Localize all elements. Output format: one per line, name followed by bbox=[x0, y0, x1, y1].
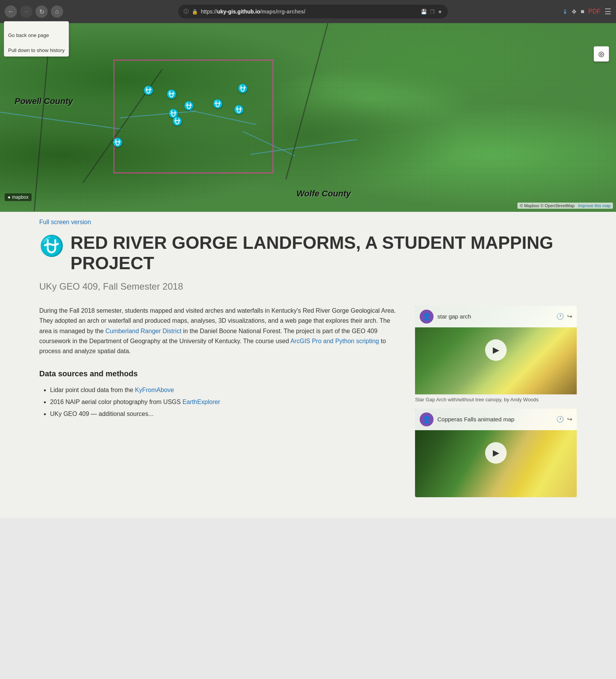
video-header-1: 👤 star gap arch 🕐 ↪ bbox=[415, 306, 577, 327]
reload-button[interactable]: ↻ bbox=[35, 5, 48, 18]
fullscreen-link[interactable]: Full screen version bbox=[0, 212, 616, 233]
share-video-icon-2: ↪ bbox=[567, 416, 572, 423]
list-item: Lidar point cloud data from the KyFromAb… bbox=[50, 385, 401, 395]
play-button-1[interactable]: ▶ bbox=[485, 339, 507, 361]
data-sources-list: Lidar point cloud data from the KyFromAb… bbox=[39, 385, 401, 419]
right-column: 👤 star gap arch 🕐 ↪ ▶ Star Gap Ar bbox=[415, 306, 577, 503]
menu-icon[interactable]: ☰ bbox=[604, 7, 611, 16]
share-video-icon: ↪ bbox=[567, 313, 572, 320]
page-subtitle: UKy GEO 409, Fall Semester 2018 bbox=[39, 281, 577, 292]
video-header-icons-2: 🕐 ↪ bbox=[556, 416, 572, 423]
map-terrain bbox=[0, 23, 616, 212]
star-icon[interactable]: ★ bbox=[438, 9, 442, 15]
browser-chrome: ← → ↻ ⌂ ⓘ 🔒 https://uky-gis.github.io/ma… bbox=[0, 0, 616, 23]
https-lock-icon: 🔒 bbox=[192, 9, 198, 15]
title-row: ⛎ RED RIVER GORGE LANDFORMS, A STUDENT M… bbox=[39, 233, 577, 273]
arch-marker[interactable]: ⛎ bbox=[238, 84, 248, 94]
arch-marker[interactable]: ⛎ bbox=[143, 86, 154, 96]
video-title-2: Copperas Falls animated map bbox=[437, 416, 514, 422]
earthexplorer-link[interactable]: EarthExplorer bbox=[182, 399, 220, 405]
kyfromabove-link[interactable]: KyFromAbove bbox=[135, 387, 174, 393]
arch-marker[interactable]: ⛎ bbox=[172, 116, 182, 126]
library-icon[interactable]: ❖ bbox=[571, 8, 577, 15]
map-container[interactable]: ⛎ ⛎ ⛎ ⛎ ⛎ ⛎ ⛎ ⛎ ⛎ Powell County Wolfe Co… bbox=[0, 23, 616, 212]
share-icon[interactable]: ❐ bbox=[430, 9, 435, 15]
sidebar-toggle-icon[interactable]: ■ bbox=[581, 8, 584, 15]
two-column-layout: During the Fall 2018 semester, students … bbox=[39, 306, 577, 503]
video-thumbnail-1[interactable]: 👤 star gap arch 🕐 ↪ ▶ Star Gap Ar bbox=[415, 306, 577, 403]
bookmark-icon[interactable]: 💾 bbox=[421, 9, 427, 15]
left-column: During the Fall 2018 semester, students … bbox=[39, 306, 401, 421]
forward-button[interactable]: → bbox=[20, 5, 32, 18]
mapbox-icon: ● bbox=[8, 194, 10, 200]
list-item: UKy GEO 409 — additional sources... bbox=[50, 409, 401, 419]
back-button-tooltip: Go back one page Pull down to show histo… bbox=[4, 21, 69, 57]
arcgis-link[interactable]: ArcGIS Pro and Python scripting bbox=[290, 338, 379, 344]
arch-marker[interactable]: ⛎ bbox=[234, 105, 244, 115]
intro-paragraph: During the Fall 2018 semester, students … bbox=[39, 306, 401, 357]
content-area: ⛎ RED RIVER GORGE LANDFORMS, A STUDENT M… bbox=[0, 233, 616, 503]
powell-county-label: Powell County bbox=[15, 96, 73, 106]
video-avatar-2: 👤 bbox=[420, 412, 434, 426]
url-display: https://uky-gis.github.io/maps/rrg-arche… bbox=[201, 8, 306, 15]
cumberland-link[interactable]: Cumberland Ranger District bbox=[105, 328, 181, 334]
browser-toolbar: ⇓ ❖ ■ PDF ☰ bbox=[562, 7, 611, 16]
user-icon-2: 👤 bbox=[422, 415, 431, 424]
video-avatar-1: 👤 bbox=[420, 310, 434, 324]
page-content: Full screen version ⛎ RED RIVER GORGE LA… bbox=[0, 212, 616, 518]
video-inner-1: 👤 star gap arch 🕐 ↪ ▶ bbox=[415, 306, 577, 394]
compass-icon: ◎ bbox=[598, 50, 604, 58]
play-icon: ▶ bbox=[493, 345, 499, 355]
video-inner-2: 👤 Copperas Falls animated map 🕐 ↪ ▶ bbox=[415, 409, 577, 497]
video-title-1: star gap arch bbox=[437, 313, 471, 320]
video-header-2: 👤 Copperas Falls animated map 🕐 ↪ bbox=[415, 409, 577, 430]
back-button[interactable]: ← bbox=[5, 5, 17, 18]
play-icon-2: ▶ bbox=[493, 448, 499, 458]
arch-marker[interactable]: ⛎ bbox=[184, 101, 194, 111]
map-attribution: © Mapbox © OpenStreetMap Improve this ma… bbox=[517, 203, 613, 209]
mapbox-logo: ● mapbox bbox=[5, 193, 32, 201]
security-info-icon[interactable]: ⓘ bbox=[184, 8, 189, 15]
list-item: 2016 NAIP aerial color photography from … bbox=[50, 397, 401, 407]
pdf-icon[interactable]: PDF bbox=[588, 8, 601, 15]
map-bounding-box bbox=[114, 60, 273, 173]
video-header-icons-1: 🕐 ↪ bbox=[556, 313, 572, 320]
video-caption-1: Star Gap Arch with/without tree canopy, … bbox=[415, 394, 577, 403]
arch-marker[interactable]: ⛎ bbox=[112, 137, 123, 148]
arch-marker[interactable]: ⛎ bbox=[213, 99, 223, 109]
user-icon: 👤 bbox=[422, 312, 431, 321]
home-button[interactable]: ⌂ bbox=[51, 5, 63, 18]
clock-icon-2: 🕐 bbox=[556, 416, 564, 423]
arch-icon-large: ⛎ bbox=[39, 234, 64, 258]
north-compass-button[interactable]: ◎ bbox=[594, 46, 609, 62]
clock-icon: 🕐 bbox=[556, 313, 564, 320]
video-thumbnail-2[interactable]: 👤 Copperas Falls animated map 🕐 ↪ ▶ bbox=[415, 409, 577, 497]
wolfe-county-label: Wolfe County bbox=[296, 189, 351, 199]
address-bar[interactable]: ⓘ 🔒 https://uky-gis.github.io/maps/rrg-a… bbox=[178, 5, 448, 18]
play-button-2[interactable]: ▶ bbox=[485, 442, 507, 464]
download-icon[interactable]: ⇓ bbox=[562, 8, 567, 15]
page-title: RED RIVER GORGE LANDFORMS, A STUDENT MAP… bbox=[70, 233, 577, 273]
improve-map-link[interactable]: Improve this map bbox=[578, 203, 611, 208]
data-sources-heading: Data sources and methods bbox=[39, 367, 401, 380]
arch-marker[interactable]: ⛎ bbox=[166, 89, 177, 99]
